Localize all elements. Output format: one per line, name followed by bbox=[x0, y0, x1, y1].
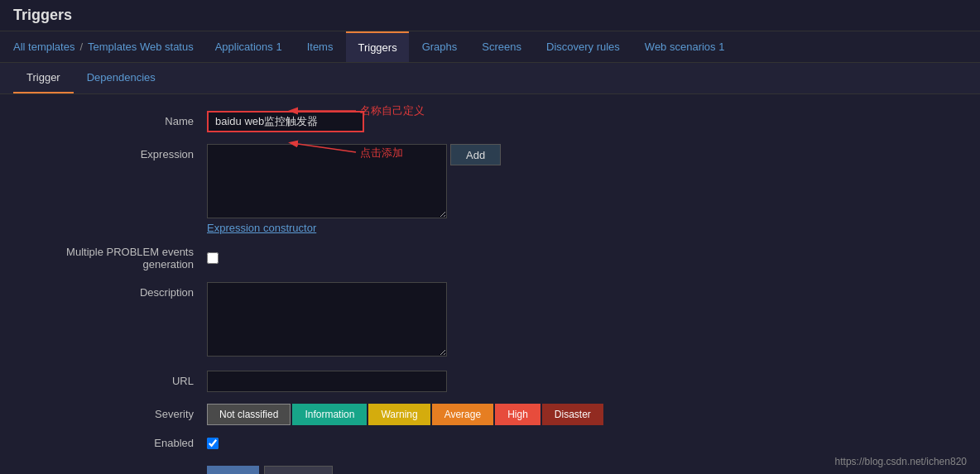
footer-url: https://blog.csdn.net/ichen820 bbox=[835, 456, 967, 467]
name-label: Name bbox=[25, 111, 207, 127]
enabled-row: Enabled bbox=[25, 437, 955, 449]
expression-label: Expression bbox=[25, 144, 207, 160]
description-row: Description bbox=[25, 282, 955, 359]
severity-row: Severity Not classified Information Warn… bbox=[25, 404, 955, 425]
severity-label: Severity bbox=[25, 404, 207, 420]
page-header: Triggers bbox=[0, 0, 980, 31]
nav-tabs: Applications 1 Items Triggers Graphs Scr… bbox=[204, 31, 737, 62]
severity-disaster[interactable]: Disaster bbox=[542, 404, 603, 425]
multiple-problem-checkbox[interactable] bbox=[207, 252, 219, 264]
page-title: Triggers bbox=[13, 7, 72, 23]
breadcrumb-sep-1: / bbox=[79, 41, 83, 53]
description-textarea[interactable] bbox=[207, 282, 447, 357]
add-expression-button[interactable]: Add bbox=[450, 144, 501, 165]
description-label: Description bbox=[25, 282, 207, 299]
breadcrumb: All templates / Templates Web status bbox=[13, 41, 194, 53]
subtab-dependencies[interactable]: Dependencies bbox=[74, 63, 169, 93]
add-expr-row: Add bbox=[207, 144, 955, 218]
page-wrapper: Triggers All templates / Templates Web s… bbox=[0, 0, 980, 474]
enabled-label: Enabled bbox=[25, 437, 207, 449]
breadcrumb-templates-web-status[interactable]: Templates Web status bbox=[88, 41, 194, 53]
breadcrumb-all-templates[interactable]: All templates bbox=[13, 41, 74, 53]
submit-button[interactable]: Add bbox=[207, 466, 259, 474]
url-input[interactable] bbox=[207, 371, 447, 392]
severity-average[interactable]: Average bbox=[432, 404, 493, 425]
tab-web-scenarios[interactable]: Web scenarios 1 bbox=[633, 32, 737, 61]
multiple-problem-label: Multiple PROBLEM events generation bbox=[25, 246, 207, 271]
severity-high[interactable]: High bbox=[495, 404, 540, 425]
tab-triggers[interactable]: Triggers bbox=[346, 31, 408, 62]
expression-textarea[interactable] bbox=[207, 144, 447, 218]
severity-warning[interactable]: Warning bbox=[368, 404, 430, 425]
tab-items[interactable]: Items bbox=[295, 32, 345, 61]
action-buttons: Add Cancel bbox=[25, 466, 955, 474]
multiple-problem-row: Multiple PROBLEM events generation bbox=[25, 246, 955, 271]
expression-control: Add Expression constructor bbox=[207, 144, 955, 234]
tab-discovery-rules[interactable]: Discovery rules bbox=[535, 32, 632, 61]
severity-information[interactable]: Information bbox=[292, 404, 367, 425]
name-row: Name bbox=[25, 111, 955, 132]
expression-constructor-link[interactable]: Expression constructor bbox=[207, 222, 955, 234]
form-area: 名称自己定义 点击添加 Name Expression Add Expressi… bbox=[0, 94, 980, 474]
severity-buttons: Not classified Information Warning Avera… bbox=[207, 404, 955, 425]
severity-not-classified[interactable]: Not classified bbox=[207, 404, 291, 425]
tab-bar: Trigger Dependencies bbox=[0, 63, 980, 94]
url-row: URL bbox=[25, 371, 955, 392]
name-input[interactable] bbox=[207, 111, 364, 132]
tab-applications[interactable]: Applications 1 bbox=[204, 32, 294, 61]
url-label: URL bbox=[25, 371, 207, 387]
subtab-trigger[interactable]: Trigger bbox=[13, 63, 74, 93]
cancel-button[interactable]: Cancel bbox=[264, 466, 332, 474]
tab-screens[interactable]: Screens bbox=[470, 32, 533, 61]
nav-bar: All templates / Templates Web status App… bbox=[0, 31, 980, 63]
name-control bbox=[207, 111, 955, 132]
tab-graphs[interactable]: Graphs bbox=[411, 32, 469, 61]
description-control bbox=[207, 282, 955, 359]
url-control bbox=[207, 371, 955, 392]
expression-row: Expression Add Expression constructor bbox=[25, 144, 955, 234]
severity-control: Not classified Information Warning Avera… bbox=[207, 404, 955, 425]
enabled-checkbox[interactable] bbox=[207, 438, 219, 449]
